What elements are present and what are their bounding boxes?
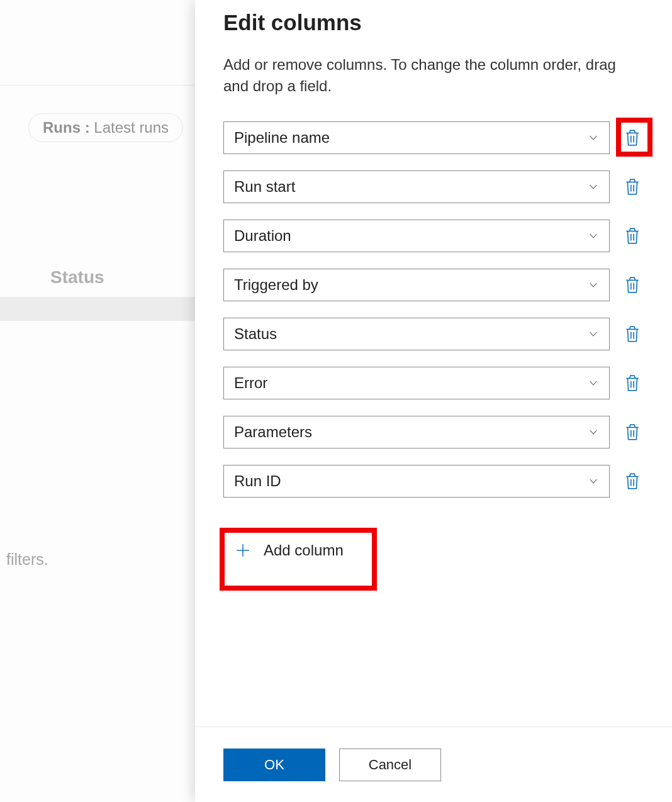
delete-column-button[interactable] xyxy=(621,470,644,493)
add-column-label: Add column xyxy=(264,542,344,559)
column-select-label: Status xyxy=(234,325,277,343)
chevron-down-icon xyxy=(588,132,599,143)
panel-title: Edit columns xyxy=(223,10,644,35)
column-select-label: Parameters xyxy=(234,423,312,441)
panel-description: Add or remove columns. To change the col… xyxy=(223,54,644,96)
column-row[interactable]: Parameters xyxy=(223,416,644,448)
background-row-band xyxy=(0,297,195,321)
column-select-label: Run ID xyxy=(234,472,281,490)
column-select[interactable]: Error xyxy=(223,367,610,399)
trash-icon xyxy=(624,227,641,245)
column-list: Pipeline nameRun startDurationTriggered … xyxy=(223,121,644,498)
column-select-label: Duration xyxy=(234,227,291,245)
column-select-label: Error xyxy=(234,374,267,392)
panel-footer: OK Cancel xyxy=(195,727,672,802)
cancel-button[interactable]: Cancel xyxy=(339,749,441,781)
delete-column-button[interactable] xyxy=(621,372,644,394)
delete-column-button[interactable] xyxy=(621,421,644,443)
delete-column-button[interactable] xyxy=(621,274,644,296)
column-row[interactable]: Duration xyxy=(223,220,644,252)
column-select-label: Triggered by xyxy=(234,276,318,294)
column-select[interactable]: Duration xyxy=(223,220,610,252)
chevron-down-icon xyxy=(588,279,599,291)
column-select[interactable]: Run start xyxy=(223,170,610,203)
trash-icon xyxy=(624,129,641,147)
trash-icon xyxy=(624,374,641,392)
column-row[interactable]: Error xyxy=(223,367,644,399)
runs-chip-value: Latest runs xyxy=(94,119,169,136)
column-row[interactable]: Pipeline name xyxy=(223,121,644,154)
column-row[interactable]: Triggered by xyxy=(223,269,644,301)
chevron-down-icon xyxy=(588,377,599,389)
chevron-down-icon xyxy=(588,328,599,340)
edit-columns-panel: Edit columns Add or remove columns. To c… xyxy=(195,0,672,802)
column-row[interactable]: Status xyxy=(223,318,644,350)
trash-icon xyxy=(624,178,641,196)
ok-button[interactable]: OK xyxy=(223,749,325,781)
trash-icon xyxy=(624,325,641,343)
delete-column-button[interactable] xyxy=(621,126,644,149)
delete-column-button[interactable] xyxy=(621,225,644,247)
trash-icon xyxy=(624,423,641,441)
filters-text: filters. xyxy=(6,550,48,569)
column-row[interactable]: Run ID xyxy=(223,465,644,498)
column-select-label: Pipeline name xyxy=(234,129,330,147)
column-select[interactable]: Triggered by xyxy=(223,269,610,301)
runs-filter-chip: Runs : Latest runs xyxy=(28,113,183,142)
plus-icon xyxy=(235,542,251,559)
column-row[interactable]: Run start xyxy=(223,170,644,203)
trash-icon xyxy=(624,472,641,490)
panel-body: Edit columns Add or remove columns. To c… xyxy=(195,0,672,727)
add-column-button[interactable]: Add column xyxy=(223,535,355,565)
column-select[interactable]: Pipeline name xyxy=(223,121,610,154)
background-dimmed: Runs : Latest runs Status filters. xyxy=(0,0,195,802)
column-select-label: Run start xyxy=(234,178,295,196)
column-select[interactable]: Parameters xyxy=(223,416,610,448)
chevron-down-icon xyxy=(588,426,599,438)
column-select[interactable]: Status xyxy=(223,318,610,350)
background-divider xyxy=(0,85,195,86)
delete-column-button[interactable] xyxy=(621,323,644,345)
status-header: Status xyxy=(50,267,104,287)
chevron-down-icon xyxy=(588,230,599,242)
trash-icon xyxy=(624,276,641,294)
chevron-down-icon xyxy=(588,181,599,192)
chevron-down-icon xyxy=(588,476,599,487)
column-select[interactable]: Run ID xyxy=(223,465,610,498)
delete-column-button[interactable] xyxy=(621,175,644,198)
runs-chip-label: Runs : xyxy=(43,119,94,136)
